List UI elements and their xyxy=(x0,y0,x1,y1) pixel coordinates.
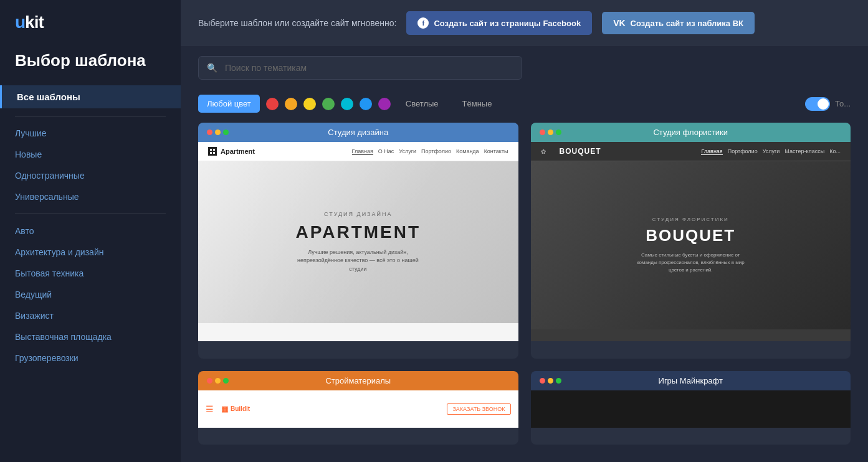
sidebar-divider-1 xyxy=(15,116,166,116)
apt-nav-link-services: Услуги xyxy=(399,148,416,155)
card-dots-stroy xyxy=(207,378,229,384)
apt-nav-link-portfolio: Портфолио xyxy=(421,148,451,155)
stroy-logo-icon: ▦ xyxy=(221,405,228,413)
sidebar-item-expo[interactable]: Выставочная площадка xyxy=(0,326,181,347)
color-dot-blue[interactable] xyxy=(360,98,372,110)
apt-hero-desc: Лучшие решения, актуальный дизайн, непре… xyxy=(295,248,420,274)
template-preview-bouquet: ✿ BOUQUET Главная Портфолио Услуги Масте… xyxy=(531,142,851,341)
stroy-cta: ЗАКАЗАТЬ ЗВОНОК xyxy=(447,403,510,415)
dark-filter-button[interactable]: Тёмные xyxy=(454,95,501,113)
vk-button-label: Создать сайт из паблика ВК xyxy=(631,19,743,28)
dot-yellow-st xyxy=(215,378,221,384)
sidebar-item-auto[interactable]: Авто xyxy=(0,220,181,242)
template-preview-apartment: Apartment Главная О Нас Услуги Портфолио… xyxy=(198,142,518,341)
sidebar-item-makeup[interactable]: Визажист xyxy=(0,305,181,326)
color-dot-cyan[interactable] xyxy=(341,98,353,110)
dot-red-mc xyxy=(540,378,545,384)
template-card-apartment[interactable]: Студия дизайна Apartment xyxy=(198,123,518,359)
dot-red xyxy=(207,130,212,135)
toggle-switch[interactable] xyxy=(805,97,830,111)
color-dot-green[interactable] xyxy=(322,98,335,110)
card-dots-bouquet xyxy=(540,130,561,135)
bq-nav-links: Главная Портфолио Услуги Мастер-классы К… xyxy=(701,148,841,155)
template-card-header-bouquet: Студия флористики xyxy=(531,123,851,142)
apt-nav-link-contacts: Контакты xyxy=(484,148,508,155)
filters-panel: 🔍 Любой цвет Светлые Тёмные То... xyxy=(181,46,868,123)
template-card-header-apartment: Студия дизайна xyxy=(198,123,518,142)
any-color-filter-button[interactable]: Любой цвет xyxy=(198,95,260,113)
create-from-facebook-button[interactable]: f Создать сайт из страницы Facebook xyxy=(406,11,592,35)
stroy-logo: ▦ Buildit xyxy=(221,405,250,413)
color-dot-yellow[interactable] xyxy=(303,98,316,110)
light-filter-button[interactable]: Светлые xyxy=(397,95,447,113)
toggle-wrap: То... xyxy=(805,97,851,111)
apt-logo-text: Apartment xyxy=(221,148,255,155)
sidebar-item-host[interactable]: Ведущий xyxy=(0,284,181,305)
dot-yellow-mc xyxy=(548,378,553,384)
bq-hero: СТУДИЯ ФЛОРИСТИКИ BOUQUET Самые стильные… xyxy=(531,161,851,329)
sidebar-item-arch[interactable]: Архитектура и дизайн xyxy=(0,242,181,263)
template-card-header-wrap-bouquet: Студия флористики xyxy=(531,123,851,142)
template-header-label-mc: Игры Майнкрафт xyxy=(659,376,723,385)
search-wrap: 🔍 xyxy=(198,56,522,80)
template-card-bouquet[interactable]: Студия флористики ✿ BOUQUET Главная Порт… xyxy=(531,123,851,359)
template-card-header-wrap-mc: Игры Майнкрафт xyxy=(531,371,851,390)
search-icon: 🔍 xyxy=(207,63,217,73)
stroy-menu-icon: ☰ xyxy=(206,404,214,414)
bq-hero-desc: Самые стильные букеты и оформление от ко… xyxy=(634,252,746,274)
topbar: Выберите шаблон или создайте сайт мгнове… xyxy=(181,0,868,46)
apt-logo: Apartment xyxy=(208,147,255,156)
template-card-stroy[interactable]: Стройматериалы ☰ ▦ Buildit ЗАКАЗАТЬ ЗВОН… xyxy=(198,371,518,445)
apt-hero-title: APARTMENT xyxy=(295,222,421,242)
logo-kit: kit xyxy=(25,12,44,32)
sidebar-item-new[interactable]: Новые xyxy=(0,144,181,165)
template-card-header-stroy: Стройматериалы xyxy=(198,371,518,390)
template-header-label-bouquet: Студия флористики xyxy=(653,128,728,137)
sidebar: ukit Выбор шаблона Все шаблоны Лучшие Но… xyxy=(0,0,181,462)
sidebar-item-best[interactable]: Лучшие xyxy=(0,123,181,144)
apt-logo-icon xyxy=(208,147,217,156)
dot-green-mc xyxy=(556,378,561,384)
dot-red-bq xyxy=(540,130,545,135)
sidebar-item-appliance[interactable]: Бытовая техника xyxy=(0,263,181,284)
apt-logo-icon-br xyxy=(212,151,216,154)
facebook-icon: f xyxy=(417,17,429,29)
search-input[interactable] xyxy=(198,56,522,80)
logo-u: u xyxy=(15,12,25,32)
template-card-header-wrap: Студия дизайна xyxy=(198,123,518,142)
template-card-minecraft[interactable]: Игры Майнкрафт xyxy=(531,371,851,445)
dot-yellow-bq xyxy=(548,130,553,135)
page-title: Выбор шаблона xyxy=(0,51,181,85)
vk-icon: VK xyxy=(613,18,625,28)
bq-nav-link-services: Услуги xyxy=(763,148,780,155)
templates-grid: Студия дизайна Apartment xyxy=(181,123,868,462)
apt-hero-sub: СТУДИЯ ДИЗАЙНА xyxy=(295,211,421,217)
template-card-header-wrap-stroy: Стройматериалы xyxy=(198,371,518,390)
create-from-vk-button[interactable]: VK Создать сайт из паблика ВК xyxy=(602,12,755,34)
sidebar-item-cargo[interactable]: Грузоперевозки xyxy=(0,347,181,369)
template-preview-mc xyxy=(531,390,851,428)
dot-green xyxy=(223,130,229,135)
dot-yellow xyxy=(215,130,221,135)
dot-red-st xyxy=(207,378,212,384)
bq-hero-title: BOUQUET xyxy=(646,226,735,245)
apt-nav-link-team: Команда xyxy=(456,148,479,155)
bq-nav-link-home: Главная xyxy=(701,148,722,155)
sidebar-item-universal[interactable]: Универсальные xyxy=(0,186,181,207)
sidebar-item-all-templates[interactable]: Все шаблоны xyxy=(0,85,181,108)
card-dots-apartment xyxy=(207,130,229,135)
template-header-label-apartment: Студия дизайна xyxy=(328,128,388,137)
stroy-logo-text: Buildit xyxy=(231,405,250,412)
bq-hero-sub: СТУДИЯ ФЛОРИСТИКИ xyxy=(652,217,729,222)
sidebar-divider-2 xyxy=(15,214,166,214)
bq-nav-link-portfolio: Портфолио xyxy=(728,148,758,155)
sidebar-item-onepage[interactable]: Одностраничные xyxy=(0,165,181,186)
fb-button-label: Создать сайт из страницы Facebook xyxy=(434,19,581,28)
template-preview-stroy: ☰ ▦ Buildit ЗАКАЗАТЬ ЗВОНОК xyxy=(198,390,518,428)
toggle-label: То... xyxy=(835,99,851,108)
color-dot-red[interactable] xyxy=(266,98,279,110)
color-dot-purple[interactable] xyxy=(378,98,391,110)
color-dot-orange[interactable] xyxy=(285,98,297,110)
template-card-header-mc: Игры Майнкрафт xyxy=(531,371,851,390)
card-dots-mc xyxy=(540,378,561,384)
